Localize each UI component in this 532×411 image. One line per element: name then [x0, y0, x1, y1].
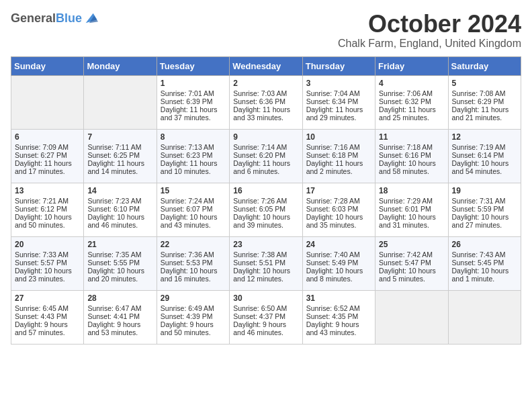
daylight-text: Daylight: 11 hours and 2 minutes. [306, 159, 371, 175]
calendar-cell [448, 290, 521, 344]
sunrise-text: Sunrise: 7:35 AM [87, 250, 152, 259]
calendar-cell: 4Sunrise: 7:06 AMSunset: 6:32 PMDaylight… [375, 75, 448, 129]
weekday-header: Sunday [11, 56, 84, 75]
sunset-text: Sunset: 5:51 PM [233, 259, 298, 267]
sunrise-text: Sunrise: 7:42 AM [379, 250, 444, 259]
calendar-cell: 29Sunrise: 6:49 AMSunset: 4:39 PMDayligh… [157, 290, 229, 344]
sunrise-text: Sunrise: 7:29 AM [379, 197, 444, 205]
logo-general: GeneralBlue [11, 11, 82, 26]
sunset-text: Sunset: 4:37 PM [233, 312, 298, 320]
sunset-text: Sunset: 6:27 PM [15, 151, 80, 159]
sunset-text: Sunset: 6:25 PM [87, 151, 152, 159]
calendar-cell: 7Sunrise: 7:11 AMSunset: 6:25 PMDaylight… [84, 129, 157, 183]
day-number: 31 [306, 293, 371, 303]
calendar-cell: 13Sunrise: 7:21 AMSunset: 6:12 PMDayligh… [11, 183, 84, 236]
title-area: October 2024 Chalk Farm, England, United… [338, 11, 521, 50]
calendar-cell [375, 290, 448, 344]
sunset-text: Sunset: 4:43 PM [15, 312, 80, 320]
day-number: 30 [233, 293, 298, 303]
calendar-cell: 17Sunrise: 7:28 AMSunset: 6:03 PMDayligh… [302, 183, 375, 236]
calendar-cell [11, 75, 84, 129]
daylight-text: Daylight: 10 hours and 31 minutes. [379, 213, 444, 229]
sunset-text: Sunset: 6:18 PM [306, 151, 371, 159]
daylight-text: Daylight: 9 hours and 50 minutes. [161, 320, 226, 336]
sunset-text: Sunset: 5:57 PM [15, 259, 80, 267]
day-number: 3 [306, 79, 371, 88]
day-number: 29 [161, 293, 226, 303]
daylight-text: Daylight: 10 hours and 35 minutes. [306, 213, 371, 229]
sunrise-text: Sunrise: 7:26 AM [233, 197, 298, 205]
weekday-header: Saturday [448, 56, 521, 75]
daylight-text: Daylight: 10 hours and 20 minutes. [87, 267, 152, 283]
sunset-text: Sunset: 5:55 PM [87, 259, 152, 267]
daylight-text: Daylight: 9 hours and 53 minutes. [87, 320, 152, 336]
day-number: 4 [379, 79, 444, 88]
weekday-header-row: SundayMondayTuesdayWednesdayThursdayFrid… [11, 56, 521, 75]
calendar-cell: 23Sunrise: 7:38 AMSunset: 5:51 PMDayligh… [230, 236, 302, 290]
daylight-text: Daylight: 10 hours and 23 minutes. [15, 267, 80, 283]
sunset-text: Sunset: 6:01 PM [379, 205, 444, 213]
sunrise-text: Sunrise: 7:23 AM [87, 197, 152, 205]
sunrise-text: Sunrise: 7:18 AM [379, 143, 444, 151]
sunset-text: Sunset: 5:53 PM [161, 259, 226, 267]
day-number: 19 [452, 186, 517, 195]
calendar-cell: 20Sunrise: 7:33 AMSunset: 5:57 PMDayligh… [11, 236, 84, 290]
calendar-cell: 22Sunrise: 7:36 AMSunset: 5:53 PMDayligh… [157, 236, 229, 290]
day-number: 18 [379, 186, 444, 195]
sunset-text: Sunset: 5:45 PM [452, 259, 517, 267]
calendar-cell: 18Sunrise: 7:29 AMSunset: 6:01 PMDayligh… [375, 183, 448, 236]
calendar-cell: 8Sunrise: 7:13 AMSunset: 6:23 PMDaylight… [157, 129, 229, 183]
day-number: 11 [379, 132, 444, 142]
calendar-cell: 3Sunrise: 7:04 AMSunset: 6:34 PMDaylight… [302, 75, 375, 129]
calendar-cell: 11Sunrise: 7:18 AMSunset: 6:16 PMDayligh… [375, 129, 448, 183]
calendar-cell: 25Sunrise: 7:42 AMSunset: 5:47 PMDayligh… [375, 236, 448, 290]
daylight-text: Daylight: 10 hours and 58 minutes. [379, 159, 444, 175]
calendar-week-row: 20Sunrise: 7:33 AMSunset: 5:57 PMDayligh… [11, 236, 521, 290]
calendar-week-row: 1Sunrise: 7:01 AMSunset: 6:39 PMDaylight… [11, 75, 521, 129]
sunrise-text: Sunrise: 7:04 AM [306, 89, 371, 97]
daylight-text: Daylight: 9 hours and 43 minutes. [306, 320, 371, 336]
daylight-text: Daylight: 10 hours and 54 minutes. [452, 159, 517, 175]
daylight-text: Daylight: 10 hours and 12 minutes. [233, 267, 298, 283]
logo: GeneralBlue [11, 11, 98, 26]
day-number: 6 [15, 132, 80, 142]
sunset-text: Sunset: 6:10 PM [87, 205, 152, 213]
calendar-cell: 24Sunrise: 7:40 AMSunset: 5:49 PMDayligh… [302, 236, 375, 290]
daylight-text: Daylight: 11 hours and 25 minutes. [379, 105, 444, 122]
sunrise-text: Sunrise: 7:11 AM [87, 143, 152, 151]
daylight-text: Daylight: 10 hours and 5 minutes. [379, 267, 444, 283]
weekday-header: Thursday [302, 56, 375, 75]
daylight-text: Daylight: 9 hours and 57 minutes. [15, 320, 80, 336]
day-number: 25 [379, 240, 444, 249]
calendar-cell: 16Sunrise: 7:26 AMSunset: 6:05 PMDayligh… [230, 183, 302, 236]
day-number: 24 [306, 240, 371, 249]
sunset-text: Sunset: 4:39 PM [161, 312, 226, 320]
day-number: 8 [161, 132, 226, 142]
daylight-text: Daylight: 11 hours and 21 minutes. [452, 105, 517, 122]
sunrise-text: Sunrise: 7:01 AM [161, 89, 226, 97]
sunset-text: Sunset: 4:41 PM [87, 312, 152, 320]
weekday-header: Friday [375, 56, 448, 75]
day-number: 23 [233, 240, 298, 249]
calendar-cell: 14Sunrise: 7:23 AMSunset: 6:10 PMDayligh… [84, 183, 157, 236]
calendar-cell: 15Sunrise: 7:24 AMSunset: 6:07 PMDayligh… [157, 183, 229, 236]
calendar-cell: 21Sunrise: 7:35 AMSunset: 5:55 PMDayligh… [84, 236, 157, 290]
sunrise-text: Sunrise: 6:47 AM [87, 304, 152, 312]
sunrise-text: Sunrise: 7:40 AM [306, 250, 371, 259]
sunset-text: Sunset: 6:39 PM [161, 97, 226, 105]
day-number: 1 [161, 79, 226, 88]
calendar-cell [84, 75, 157, 129]
sunset-text: Sunset: 4:35 PM [306, 312, 371, 320]
sunrise-text: Sunrise: 7:19 AM [452, 143, 517, 151]
daylight-text: Daylight: 9 hours and 46 minutes. [233, 320, 298, 336]
daylight-text: Daylight: 11 hours and 6 minutes. [233, 159, 298, 175]
sunset-text: Sunset: 5:59 PM [452, 205, 517, 213]
logo-icon [83, 11, 98, 26]
day-number: 9 [233, 132, 298, 142]
sunrise-text: Sunrise: 7:13 AM [161, 143, 226, 151]
calendar-cell: 12Sunrise: 7:19 AMSunset: 6:14 PMDayligh… [448, 129, 521, 183]
calendar-cell: 27Sunrise: 6:45 AMSunset: 4:43 PMDayligh… [11, 290, 84, 344]
day-number: 27 [15, 293, 80, 303]
day-number: 14 [87, 186, 152, 195]
sunrise-text: Sunrise: 7:36 AM [161, 250, 226, 259]
